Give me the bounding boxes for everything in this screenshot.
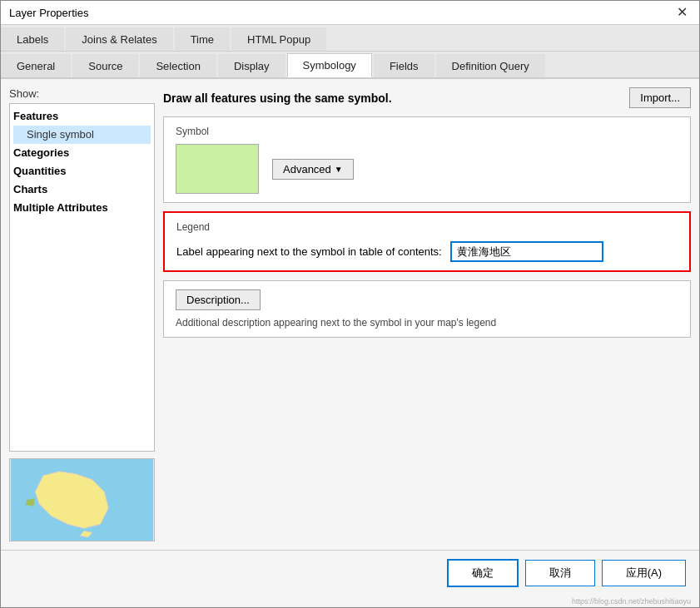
tab-selection[interactable]: Selection [140, 54, 216, 77]
tab-source[interactable]: Source [72, 54, 138, 77]
legend-title: Legend [176, 221, 678, 233]
show-item-multiple-attributes[interactable]: Multiple Attributes [13, 199, 151, 217]
show-item-quantities[interactable]: Quantities [13, 162, 151, 180]
advanced-label: Advanced [283, 163, 331, 175]
confirm-button[interactable]: 确定 [447, 559, 519, 587]
tab-symbology[interactable]: Symbology [287, 53, 372, 77]
layer-properties-dialog: Layer Properties ✕ Labels Joins & Relate… [0, 0, 700, 608]
symbol-rectangle[interactable] [176, 144, 259, 194]
watermark: https://blog.csdn.net/zhebushitiaoyu [1, 596, 699, 607]
dialog-title: Layer Properties [9, 7, 88, 19]
right-panel: Draw all features using the same symbol.… [163, 87, 691, 541]
map-preview [9, 458, 155, 541]
tab-display[interactable]: Display [218, 54, 285, 77]
dropdown-arrow-icon: ▼ [335, 165, 343, 174]
description-button[interactable]: Description... [176, 289, 261, 310]
tab-html-popup[interactable]: HTML Popup [231, 27, 326, 51]
draw-text: Draw all features using the same symbol. [163, 91, 392, 105]
left-panel: Show: Features Single symbol Categories … [9, 87, 155, 541]
show-label: Show: [9, 87, 155, 100]
legend-box: Legend Label appearing next to the symbo… [163, 211, 691, 272]
draw-header: Draw all features using the same symbol.… [163, 87, 691, 108]
close-button[interactable]: ✕ [673, 6, 691, 19]
show-item-categories[interactable]: Categories [13, 144, 151, 162]
legend-description: Label appearing next to the symbol in ta… [176, 245, 442, 258]
show-item-single-symbol[interactable]: Single symbol [13, 126, 151, 144]
legend-input[interactable] [450, 241, 603, 262]
footer: 确定 取消 应用(A) [1, 550, 699, 596]
symbol-box: Symbol Advanced ▼ [163, 116, 691, 203]
tab-joins-relates[interactable]: Joins & Relates [66, 27, 172, 51]
tab-definition-query[interactable]: Definition Query [436, 54, 545, 77]
description-section: Description... Additional description ap… [163, 280, 691, 338]
show-list: Features Single symbol Categories Quanti… [9, 103, 155, 452]
advanced-button[interactable]: Advanced ▼ [272, 159, 354, 180]
legend-row: Label appearing next to the symbol in ta… [176, 241, 678, 262]
tabs-row1: Labels Joins & Relates Time HTML Popup [1, 25, 699, 52]
description-text: Additional description appearing next to… [176, 317, 678, 329]
symbol-content: Advanced ▼ [176, 144, 678, 194]
content-area: Show: Features Single symbol Categories … [1, 79, 699, 550]
cancel-button[interactable]: 取消 [525, 560, 595, 586]
tab-labels[interactable]: Labels [1, 27, 64, 51]
title-bar: Layer Properties ✕ [1, 1, 699, 25]
apply-button[interactable]: 应用(A) [602, 560, 686, 586]
tabs-row2: General Source Selection Display Symbolo… [1, 52, 699, 79]
show-item-charts[interactable]: Charts [13, 180, 151, 199]
tab-time[interactable]: Time [175, 27, 230, 51]
tab-general[interactable]: General [1, 54, 71, 77]
show-item-features[interactable]: Features [13, 107, 151, 126]
import-button[interactable]: Import... [629, 87, 691, 108]
symbol-label: Symbol [176, 126, 678, 137]
tab-fields[interactable]: Fields [374, 54, 434, 77]
